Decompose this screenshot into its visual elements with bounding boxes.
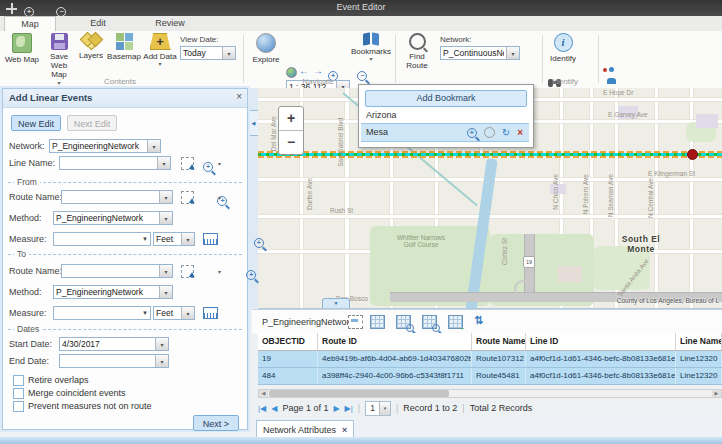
column-header[interactable]: Route ID [318,333,472,350]
bookmark-item-mesa[interactable]: Mesa + ↻ × [361,123,529,142]
dropdown-button[interactable]: ▾ [181,307,194,319]
dropdown-button[interactable]: ▾ [155,338,168,350]
table-row[interactable]: 484 a398ff4c-2940-4c00-96b6-c5343f8f1711… [258,368,722,385]
dropdown-button[interactable]: ▾ [159,265,172,277]
from-measure-input[interactable] [54,233,142,245]
collapse-table-arrow[interactable]: ▼ [322,298,350,308]
record-range-text: Record 1 to 2 [403,403,457,413]
tab-map[interactable]: Map [4,16,56,31]
dropdown-button[interactable]: ▾ [155,355,168,367]
measure-picker-icon[interactable] [203,233,218,245]
table-pagination: |◀ ◀ Page 1 of 1 ▶ ▶| | 1 ▾ | Record 1 t… [258,399,722,417]
line-name-input[interactable] [60,157,157,169]
refresh-bookmark-icon[interactable]: ↻ [502,128,510,138]
prevent-measures-checkbox[interactable] [13,401,24,412]
scrollbar-thumb[interactable] [269,390,449,397]
dropdown-button[interactable]: ▾ [506,47,519,59]
tab-network-attributes[interactable]: Network Attributes × [256,420,354,438]
measure-picker-icon[interactable] [203,307,218,319]
previous-extent-icon[interactable]: ← [299,66,309,76]
network-label: Network: [9,141,45,151]
pan-to-selected-icon[interactable] [422,315,437,329]
column-header[interactable]: Line ID [526,333,676,350]
select-on-map-icon[interactable] [181,157,194,170]
to-method-input[interactable] [54,286,159,298]
from-method-input[interactable] [54,212,159,224]
close-icon[interactable]: × [236,91,242,102]
find-route-button[interactable]: Find Route [400,33,434,70]
dropdown-button[interactable]: ▾ [222,47,235,59]
explore-button[interactable]: Explore [248,33,284,64]
records-per-page-select[interactable]: 1 ▾ [365,401,391,416]
bookmark-item-arizona[interactable]: Arizona [361,107,529,123]
from-unit-input[interactable] [154,233,181,245]
dropdown-button[interactable]: ▾ [181,233,194,245]
chevron-down-icon[interactable]: ▾ [218,269,221,275]
chevron-down-icon[interactable]: ▼ [142,310,150,316]
previous-page-button[interactable]: ◀ [271,404,277,413]
add-data-button[interactable]: Add Data ▾ [142,33,178,67]
to-measure-input[interactable] [54,307,142,319]
zoom-icon[interactable]: + [254,238,264,248]
sort-icon[interactable]: ⇅ [474,314,483,327]
web-map-button[interactable]: Web Map [2,33,42,64]
dropdown-button[interactable]: ▾ [147,140,160,152]
tab-edit[interactable]: Edit [72,16,124,31]
next-page-button[interactable]: ▶ [333,404,339,413]
chevron-down-icon[interactable]: ▾ [218,195,221,201]
ribbon-network-input[interactable] [441,47,506,59]
dropdown-button[interactable]: ▾ [379,402,390,415]
column-header[interactable]: Line Name [676,333,722,350]
tab-review[interactable]: Review [140,16,200,31]
scroll-left-arrow[interactable]: ◀ [259,390,268,397]
table-row[interactable]: 19 4eb9419b-af6b-4d04-ab69-1d403476802b … [258,351,722,368]
basemap-button[interactable]: Basemap [106,33,142,61]
add-bookmark-button[interactable]: Add Bookmark [365,90,527,107]
map-zoom-out-button[interactable]: − [279,131,303,154]
route-point-marker[interactable] [687,149,698,160]
column-header[interactable]: OBJECTID [258,333,318,350]
end-date-input[interactable] [60,355,155,367]
zoom-to-bookmark-icon[interactable]: + [467,128,477,138]
next-extent-icon[interactable]: → [313,66,323,76]
first-page-button[interactable]: |◀ [258,404,266,413]
dropdown-button[interactable]: ▾ [159,191,172,203]
select-on-map-icon[interactable] [181,191,194,204]
pan-to-bookmark-icon[interactable] [484,127,495,138]
table-horizontal-scrollbar[interactable]: ◀ ▶ [258,389,722,398]
dropdown-button[interactable]: ▾ [157,157,170,169]
network-input[interactable] [50,140,147,152]
retire-overlaps-checkbox[interactable] [13,375,24,386]
column-header[interactable]: Route Name [472,333,526,350]
attribute-grid-icon[interactable] [370,315,385,329]
map-zoom-in-button[interactable]: + [279,107,303,131]
chevron-down-icon[interactable]: ▾ [218,161,221,167]
to-route-name-input[interactable] [62,265,159,277]
group-separator [598,35,599,83]
switch-table-icon[interactable]: → [448,315,463,329]
view-date-input[interactable] [181,47,222,59]
bookmarks-button[interactable]: Bookmarks ▾ [352,33,390,62]
show-selection-icon[interactable] [348,315,363,329]
to-unit-input[interactable] [154,307,181,319]
start-date-input[interactable] [60,338,155,350]
zoom-to-icon[interactable]: + [203,162,213,172]
merge-coincident-checkbox[interactable] [13,388,24,399]
chevron-down-icon[interactable]: ▼ [142,236,150,242]
close-tab-icon[interactable]: × [342,422,347,438]
method-label: Method: [9,287,42,297]
last-page-button[interactable]: ▶| [345,404,353,413]
dropdown-button[interactable]: ▾ [159,212,172,224]
from-route-name-input[interactable] [62,191,159,203]
identify-button[interactable]: Identify [546,33,580,63]
next-button[interactable]: Next > [193,415,239,431]
delete-bookmark-icon[interactable]: × [517,128,523,138]
new-edit-button[interactable]: New Edit [11,115,61,131]
layers-button[interactable]: Layers [76,33,106,60]
dropdown-button[interactable]: ▾ [159,286,172,298]
zoom-to-icon[interactable]: + [246,270,256,280]
next-edit-button[interactable]: Next Edit [67,115,117,131]
scroll-right-arrow[interactable]: ▶ [712,390,721,397]
select-on-map-icon[interactable] [181,265,194,278]
zoom-to-selected-icon[interactable] [396,315,411,329]
